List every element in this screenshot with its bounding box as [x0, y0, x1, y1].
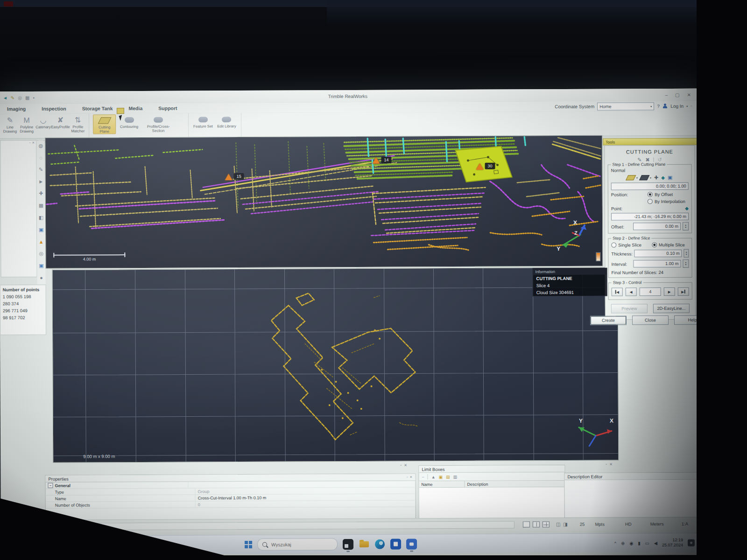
remove-icon[interactable]: −: [422, 475, 424, 479]
tool-polyline-drawing[interactable]: M Polyline Drawing: [20, 115, 34, 133]
interval-spinner[interactable]: ▴ ▾: [683, 259, 689, 268]
tool-feature-set[interactable]: Feature Set: [192, 114, 214, 128]
screen-pick-icon[interactable]: ▣: [668, 175, 672, 181]
project-tree-panel[interactable]: ▫ ✕: [0, 140, 37, 277]
pin-icon[interactable]: ▫: [407, 475, 408, 479]
radio-by-offset-label[interactable]: By Offset: [655, 192, 673, 197]
tray-vpn-icon[interactable]: ◉: [629, 540, 633, 546]
viewport-plan-slice[interactable]: Information CUTTING PLANE Slice 4 Cloud …: [52, 267, 619, 462]
mini-plane-popup[interactable]: [117, 108, 129, 124]
taskbar-search[interactable]: [257, 538, 338, 551]
viewport-cross-section[interactable]: 15 14 30 4.00 m X Z Y: [45, 135, 603, 269]
first-slice-button[interactable]: ◀: [612, 287, 623, 296]
realworks-taskbar-icon[interactable]: [343, 539, 353, 549]
close-button[interactable]: ✕: [687, 92, 691, 97]
maximize-button[interactable]: ▢: [675, 92, 680, 97]
tab-support[interactable]: Support: [150, 103, 185, 113]
edit-box-icon[interactable]: ▥: [453, 474, 458, 479]
view-globe-icon[interactable]: ◍: [38, 143, 43, 149]
spin-down-icon[interactable]: ▾: [685, 226, 686, 229]
close-icon[interactable]: ✕: [404, 463, 407, 467]
import-box-icon[interactable]: ▣: [439, 475, 443, 479]
chat-icon[interactable]: [406, 539, 417, 549]
tab-inspection[interactable]: Inspection: [34, 104, 74, 114]
layout-grid-icon[interactable]: [543, 521, 550, 527]
tray-mic-icon[interactable]: ▮: [638, 540, 640, 546]
grid-icon[interactable]: ▦: [39, 203, 43, 209]
axis-picker-icon[interactable]: ✚: [654, 175, 658, 181]
select-tool-icon[interactable]: ◄: [3, 95, 7, 100]
lock-icon[interactable]: ▲: [431, 475, 436, 479]
current-slice-input[interactable]: 4: [640, 287, 661, 296]
diamond-picker-icon[interactable]: ◆: [661, 175, 665, 180]
export-box-icon[interactable]: ▤: [446, 475, 450, 479]
grid-tool-icon[interactable]: ▦: [25, 95, 30, 100]
draw-icon[interactable]: ✎: [39, 167, 43, 173]
tool-profile-cross-section[interactable]: Profile/Cross-Section: [142, 114, 174, 133]
radio-multiple-label[interactable]: Multiple Slice: [659, 242, 685, 247]
limit-boxes-list[interactable]: [419, 487, 565, 518]
tray-chevron-icon[interactable]: ^: [614, 540, 617, 546]
chevron-down-icon[interactable]: ▾: [650, 176, 651, 179]
chevron-down-icon[interactable]: ▾: [636, 176, 638, 179]
screen-capture-icon[interactable]: ▣: [39, 227, 43, 233]
description-editor-body[interactable]: [564, 480, 697, 517]
offset-input[interactable]: 0.00 m: [633, 223, 681, 230]
half-square-icon[interactable]: ◧: [39, 215, 43, 221]
spin-down-icon[interactable]: ▾: [686, 253, 687, 256]
pencil-icon[interactable]: ✎: [11, 95, 14, 100]
last-slice-button[interactable]: ▶: [678, 287, 689, 296]
scan-marker-14[interactable]: 14: [372, 157, 391, 164]
tool-edit-library[interactable]: Edit Library: [216, 114, 238, 128]
coordinate-system-select[interactable]: Home ▾: [597, 102, 654, 111]
thickness-spinner[interactable]: ▴ ▾: [684, 249, 689, 258]
tab-storage-tank[interactable]: Storage Tank: [74, 103, 121, 113]
search-input[interactable]: [270, 541, 319, 547]
tool-easyprofile[interactable]: ✘ EasyProfile: [52, 115, 68, 129]
circle-tool-icon[interactable]: ◎: [18, 95, 22, 100]
pin-icon[interactable]: ▫: [29, 141, 31, 146]
dot-icon[interactable]: ●: [40, 275, 43, 280]
offset-spinner[interactable]: ▴ ▾: [683, 222, 689, 231]
radio-by-offset[interactable]: [648, 192, 653, 197]
point-picker-icon[interactable]: ◆: [685, 206, 689, 211]
layout-split-icon[interactable]: [533, 521, 540, 527]
taskbar-clock[interactable]: 12:19 25.07.2024: [662, 538, 683, 548]
tool-profile-matcher[interactable]: ⇅ Profile Matcher: [70, 114, 85, 133]
preview-button[interactable]: Preview: [611, 304, 648, 313]
radio-by-interpolation-label[interactable]: By Interpolation: [655, 199, 685, 204]
annotation-warning-icon[interactable]: ▲: [39, 239, 44, 245]
column-description[interactable]: Description: [465, 481, 564, 487]
view-circle-icon[interactable]: ◌: [39, 155, 42, 161]
start-button[interactable]: [245, 541, 252, 548]
tray-display-icon[interactable]: ▭: [645, 540, 649, 546]
tray-volume-icon[interactable]: ◀: [654, 540, 657, 546]
login-button[interactable]: Log In: [670, 103, 684, 108]
tool-line-drawing[interactable]: ✎ Line Drawing: [3, 115, 17, 133]
spin-down-icon[interactable]: ▾: [685, 264, 687, 266]
points-display-unit[interactable]: Mpts: [595, 522, 605, 527]
previous-slice-button[interactable]: ◀: [626, 287, 637, 296]
plane-dark-icon[interactable]: [639, 175, 649, 180]
target-icon[interactable]: ◎: [39, 251, 44, 257]
property-row-objects[interactable]: Number of Objects 0: [46, 500, 416, 508]
scan-marker-30[interactable]: 30: [476, 163, 495, 170]
pin-icon[interactable]: ▫: [400, 463, 402, 468]
pin-icon[interactable]: ▫: [606, 462, 607, 467]
collapse-icon[interactable]: −: [48, 483, 53, 488]
tool-catenary[interactable]: ◡ Catenary: [36, 115, 50, 129]
thickness-input[interactable]: 0.10 m: [634, 250, 682, 257]
point-input[interactable]: -21.43 m; -16.29 m; 0.00 m: [611, 213, 689, 221]
next-slice-button[interactable]: ▶: [664, 287, 675, 296]
create-button[interactable]: Create: [590, 315, 627, 325]
scan-marker-15[interactable]: 15: [225, 174, 244, 180]
close-icon[interactable]: ✕: [410, 475, 413, 479]
minimize-button[interactable]: –: [665, 92, 668, 98]
radio-by-interpolation[interactable]: [648, 199, 653, 204]
edge-browser-icon[interactable]: [374, 539, 385, 549]
column-name[interactable]: Name: [419, 481, 465, 487]
notifications-icon[interactable]: [688, 539, 695, 546]
layout-single-icon[interactable]: [523, 521, 530, 527]
interval-input[interactable]: 1.00 m: [633, 260, 681, 267]
file-explorer-icon[interactable]: [359, 539, 369, 549]
